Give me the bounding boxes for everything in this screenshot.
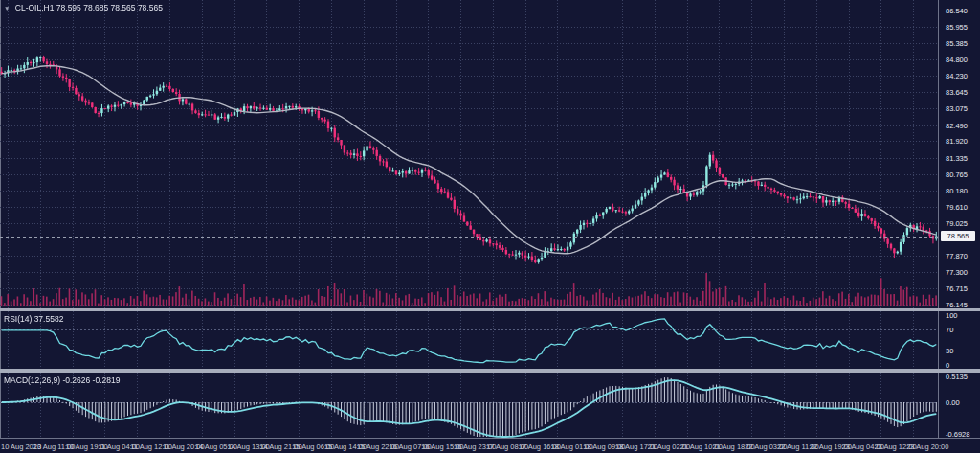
time-axis[interactable]: 10 Aug 202310 Aug 11:0010 Aug 19:0011 Au…	[0, 438, 980, 453]
rsi-axis-label: 70	[946, 326, 953, 334]
price-axis-label: 80.180	[946, 187, 968, 195]
price-axis-label: 77.300	[946, 268, 968, 277]
price-axis-label: 77.870	[946, 252, 968, 260]
price-axis-label: 84.800	[946, 56, 968, 64]
panel-splitter[interactable]	[0, 369, 980, 373]
rsi-title: RSI(14) 37.5582	[4, 314, 63, 324]
rsi-axis-label: 30	[946, 347, 953, 355]
rsi-axis[interactable]: 10070300	[938, 311, 980, 369]
chart-title: ▼ CL-OIL,H1 78.595 78.685 78.565 78.565	[4, 3, 163, 12]
macd-chart-canvas[interactable]	[0, 373, 938, 438]
ohlc-values: 78.595 78.685 78.565 78.565	[56, 3, 163, 12]
time-axis-label: 23 Aug 20:00	[906, 442, 948, 451]
macd-axis[interactable]: 0.51350.00-0.6928	[938, 373, 980, 438]
candlestick-chart-canvas[interactable]	[0, 0, 938, 308]
price-axis-label: 81.335	[946, 154, 968, 163]
panel-splitter[interactable]	[0, 308, 980, 311]
price-axis-label: 76.145	[946, 301, 968, 308]
price-axis-label: 81.920	[946, 137, 968, 146]
rsi-panel: RSI(14) 37.5582 10070300	[0, 311, 980, 369]
price-axis-label: 79.025	[946, 219, 968, 228]
rsi-axis-label: 0	[946, 361, 949, 369]
price-axis-label: 86.540	[946, 7, 968, 15]
chevron-down-icon[interactable]: ▼	[4, 5, 10, 11]
price-axis-label: 85.955	[946, 23, 968, 32]
macd-panel: MACD(12,26,9) -0.2626 -0.2819 0.51350.00…	[0, 373, 980, 438]
macd-axis-label: -0.6928	[946, 430, 969, 438]
macd-axis-label: 0.00	[946, 398, 960, 407]
price-axis-label: 82.490	[946, 122, 968, 130]
price-axis-label: 84.230	[946, 72, 968, 80]
price-axis-label: 85.385	[946, 39, 968, 48]
price-axis-label: 83.645	[946, 88, 968, 97]
price-axis-label: 80.765	[946, 170, 968, 179]
macd-title: MACD(12,26,9) -0.2626 -0.2819	[4, 375, 120, 385]
macd-axis-label: 0.5135	[946, 373, 968, 381]
price-axis[interactable]: 78.565 86.54085.95585.38584.80084.23083.…	[938, 0, 980, 308]
rsi-axis-label: 100	[946, 311, 958, 320]
price-axis-label: 76.715	[946, 284, 968, 293]
symbol-label: CL-OIL,H1	[15, 3, 55, 12]
rsi-chart-canvas[interactable]	[0, 311, 938, 369]
trading-chart-window: ▼ CL-OIL,H1 78.595 78.685 78.565 78.565 …	[0, 0, 980, 453]
current-price-tag: 78.565	[941, 231, 975, 241]
price-axis-label: 79.610	[946, 203, 968, 212]
main-chart-panel: ▼ CL-OIL,H1 78.595 78.685 78.565 78.565 …	[0, 0, 980, 308]
price-axis-label: 83.075	[946, 104, 968, 113]
